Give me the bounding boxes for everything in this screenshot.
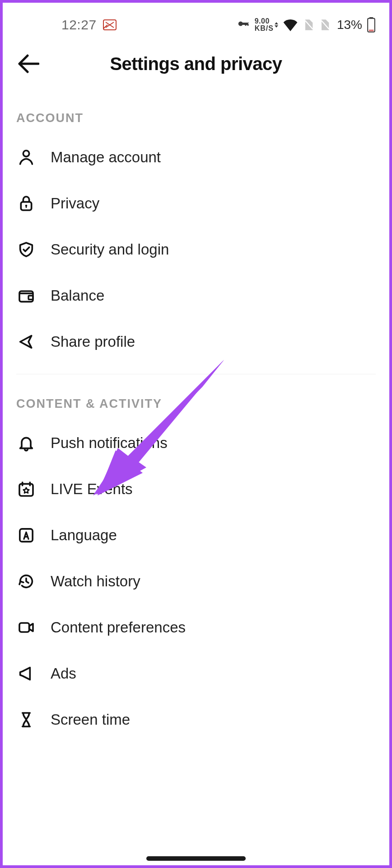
row-balance[interactable]: Balance (16, 273, 376, 319)
share-icon (16, 332, 36, 352)
svg-rect-3 (369, 29, 373, 31)
row-label: Screen time (51, 711, 130, 728)
row-push-notifications[interactable]: Push notifications (16, 420, 376, 466)
row-language[interactable]: Language (16, 512, 376, 558)
lock-icon (16, 193, 36, 213)
calendar-star-icon (16, 479, 36, 499)
row-privacy[interactable]: Privacy (16, 180, 376, 226)
row-manage-account[interactable]: Manage account (16, 134, 376, 180)
bell-icon (16, 433, 36, 453)
battery-percent: 13% (337, 18, 362, 32)
wallet-icon (16, 286, 36, 306)
row-label: Balance (51, 287, 104, 304)
history-icon (16, 571, 36, 591)
arrow-left-icon (17, 54, 39, 74)
key-icon (237, 18, 250, 32)
sim1-icon (303, 19, 314, 31)
row-label: Content preferences (51, 619, 186, 636)
page-header: Settings and privacy (3, 39, 389, 89)
megaphone-icon (16, 664, 36, 684)
row-label: Manage account (51, 149, 161, 166)
settings-screen: 12:27 9.00 KB/S (3, 3, 389, 865)
svg-rect-9 (28, 296, 33, 299)
net-arrows-icon (275, 22, 278, 28)
section-account: ACCOUNT Manage account Privacy Security … (3, 89, 389, 374)
row-label: Push notifications (51, 434, 168, 452)
net-speed: 9.00 KB/S (255, 18, 274, 32)
row-label: Watch history (51, 573, 140, 590)
language-icon (16, 525, 36, 545)
svg-rect-11 (20, 529, 33, 542)
row-live-events[interactable]: LIVE Events (16, 466, 376, 512)
wifi-icon (283, 19, 298, 31)
row-security[interactable]: Security and login (16, 226, 376, 273)
section-content-activity: CONTENT & ACTIVITY Push notifications LI… (3, 374, 389, 743)
svg-rect-7 (26, 206, 27, 208)
row-watch-history[interactable]: Watch history (16, 558, 376, 604)
svg-rect-10 (19, 484, 33, 496)
back-button[interactable] (14, 50, 42, 77)
row-label: Language (51, 527, 117, 544)
home-indicator[interactable] (146, 856, 246, 861)
svg-rect-12 (19, 623, 29, 632)
row-label: LIVE Events (51, 481, 133, 498)
row-content-preferences[interactable]: Content preferences (16, 604, 376, 651)
row-ads[interactable]: Ads (16, 651, 376, 697)
section-header-content: CONTENT & ACTIVITY (16, 374, 376, 420)
sim2-icon (319, 19, 331, 31)
hourglass-icon (16, 710, 36, 730)
row-label: Privacy (51, 195, 99, 212)
status-time: 12:27 (61, 17, 97, 33)
row-share-profile[interactable]: Share profile (16, 319, 376, 365)
battery-icon (367, 17, 376, 33)
row-label: Ads (51, 665, 76, 682)
section-header-account: ACCOUNT (16, 89, 376, 134)
person-icon (16, 147, 36, 167)
screen-record-icon (103, 19, 117, 30)
shield-icon (16, 240, 36, 259)
row-label: Share profile (51, 333, 135, 350)
row-label: Security and login (51, 241, 169, 258)
video-icon (16, 618, 36, 637)
svg-point-4 (23, 151, 29, 156)
status-bar: 12:27 9.00 KB/S (3, 3, 389, 39)
row-screen-time[interactable]: Screen time (16, 697, 376, 743)
page-title: Settings and privacy (110, 54, 282, 74)
